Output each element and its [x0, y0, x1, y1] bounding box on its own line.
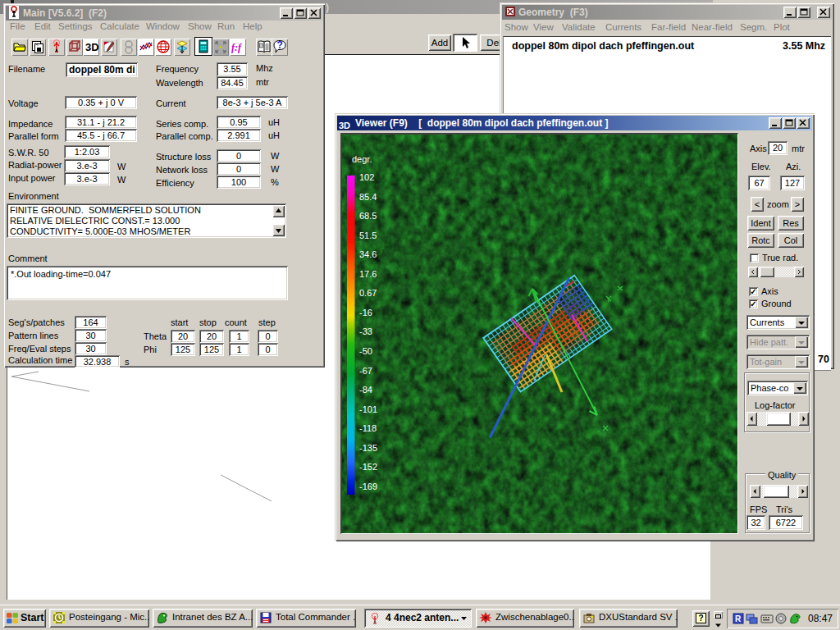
- svg-text:?: ?: [277, 39, 283, 51]
- svg-text:?: ?: [699, 614, 704, 623]
- svg-text:3D: 3D: [85, 41, 99, 53]
- svg-text:f:f: f:f: [231, 42, 242, 53]
- svg-text:R: R: [735, 614, 742, 623]
